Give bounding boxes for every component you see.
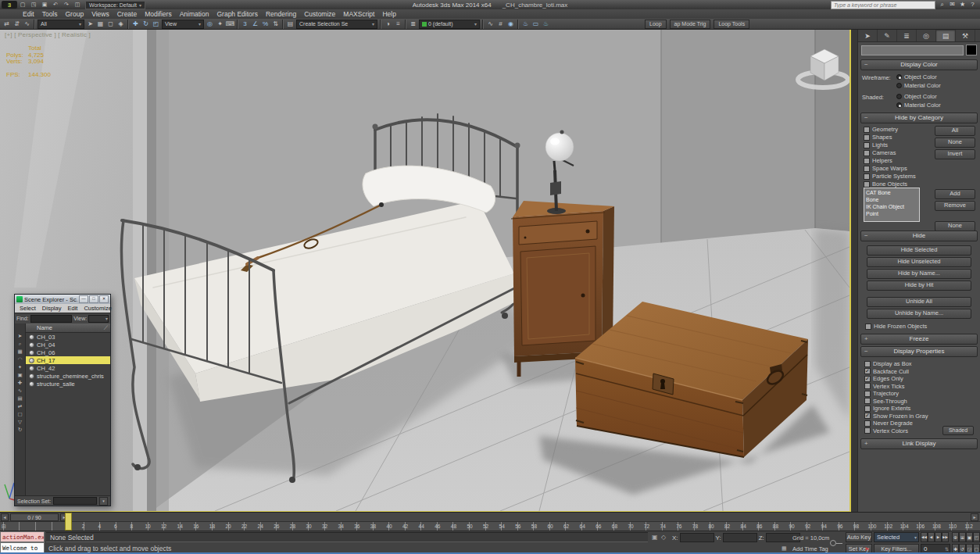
unhide-by-name-button[interactable]: Unhide by Name... bbox=[867, 309, 971, 319]
keyboard-override-icon[interactable]: ⌨ bbox=[225, 20, 235, 29]
ap-mode-trig-button[interactable]: ap Mode Trig bbox=[670, 20, 711, 29]
tab-utilities[interactable]: ⚒ bbox=[956, 30, 975, 41]
checkbox-shapes[interactable] bbox=[864, 134, 870, 141]
mirror-icon[interactable]: ◑ bbox=[383, 20, 393, 29]
zoom-region-icon[interactable]: ◰ bbox=[973, 532, 980, 542]
filter-icon[interactable]: ▽ bbox=[18, 419, 22, 424]
display-geometry-icon[interactable]: ▦ bbox=[17, 348, 22, 354]
view-dropdown[interactable]: ▾ bbox=[88, 315, 109, 323]
unhide-all-button[interactable]: Unhide All bbox=[867, 297, 971, 307]
menu-edit[interactable]: Edit bbox=[19, 9, 38, 19]
shaded-radio-material-color[interactable] bbox=[896, 102, 902, 108]
use-pivot-center-icon[interactable]: ◎ bbox=[205, 20, 215, 29]
checkbox-space-warps[interactable] bbox=[864, 166, 870, 172]
rendered-frame-icon[interactable]: ▭ bbox=[531, 20, 541, 29]
select-and-scale-icon[interactable]: ◰ bbox=[151, 20, 161, 29]
edit-named-selections-icon[interactable]: ▤ bbox=[285, 20, 295, 29]
bind-to-space-warp-icon[interactable]: ∿ bbox=[22, 20, 32, 29]
scene-explorer-titlebar[interactable]: Scene Explorer - Sc... —□✕ bbox=[15, 295, 110, 304]
checkbox-vertex-ticks[interactable] bbox=[864, 383, 871, 389]
y-coordinate-field[interactable] bbox=[723, 533, 757, 542]
isolate-selection-icon[interactable]: ▣ bbox=[652, 534, 658, 541]
tab-motion[interactable]: ◎ bbox=[917, 30, 936, 41]
invert-button[interactable]: Invert bbox=[935, 149, 975, 159]
selection-set-filter-dropdown[interactable]: Selected▾ bbox=[874, 532, 919, 542]
shaded-vertex-colors-button[interactable]: Shaded bbox=[942, 426, 974, 435]
save-file-icon[interactable]: ▣ bbox=[40, 1, 49, 9]
wireframe-option-object-color[interactable]: Object Color bbox=[896, 73, 941, 80]
checkbox-geometry[interactable] bbox=[864, 127, 870, 133]
checkbox-lights[interactable] bbox=[864, 142, 870, 148]
object-row-ch-04[interactable]: CH_04 bbox=[26, 341, 110, 348]
selection-filter-dropdown[interactable]: All▾ bbox=[38, 20, 84, 29]
checkbox-show-frozen-in-gray[interactable]: ✓ bbox=[864, 413, 871, 419]
menu-modifiers[interactable]: Modifiers bbox=[141, 9, 175, 19]
display-helpers-icon[interactable]: ✚ bbox=[18, 380, 22, 385]
add-list-button[interactable]: Add bbox=[935, 189, 975, 199]
menu-group[interactable]: Group bbox=[62, 9, 88, 19]
spinner-snap-icon[interactable]: ⇅ bbox=[270, 20, 281, 29]
all-button[interactable]: All bbox=[935, 126, 975, 136]
select-and-manipulate-icon[interactable]: ✦ bbox=[215, 20, 225, 29]
percent-snap-icon[interactable]: % bbox=[260, 20, 270, 29]
redo-icon[interactable]: ↷ bbox=[62, 1, 71, 9]
add-time-tag[interactable]: Add Time Tag bbox=[792, 545, 828, 552]
bone-list-item[interactable]: Point bbox=[866, 210, 917, 217]
object-row-ch-03[interactable]: CH_03 bbox=[26, 333, 110, 341]
select-and-move-icon[interactable]: ✚ bbox=[131, 20, 141, 29]
time-slider-handle[interactable] bbox=[65, 513, 72, 531]
scene-explorer-window[interactable]: Scene Explorer - Sc... —□✕ SelectDisplay… bbox=[14, 294, 111, 506]
menu-graph-editors[interactable]: Graph Editors bbox=[213, 9, 261, 19]
zoom-extents-icon[interactable]: ▣ bbox=[966, 532, 973, 542]
trackbar-right-arrow[interactable]: ▸ bbox=[971, 513, 978, 521]
tab-modify[interactable]: ✎ bbox=[878, 30, 897, 41]
viewport-canvas[interactable] bbox=[0, 30, 849, 511]
menu-views[interactable]: Views bbox=[88, 9, 113, 19]
bone-objects-list[interactable]: CAT BoneBoneIK Chain ObjectPoint bbox=[864, 188, 920, 222]
minimize-button[interactable]: — bbox=[79, 295, 88, 303]
menu-rendering[interactable]: Rendering bbox=[262, 9, 300, 19]
undo-icon[interactable]: ↶ bbox=[51, 1, 60, 9]
maxscript-listener-macro-line[interactable]: actionMan.ex bbox=[0, 531, 45, 542]
hide-by-category-header[interactable]: −Hide by Category bbox=[860, 113, 978, 123]
x-coordinate-field[interactable] bbox=[680, 533, 714, 542]
rectangular-selection-icon[interactable]: ◻ bbox=[106, 20, 116, 29]
bone-list-item[interactable]: CAT Bone bbox=[866, 189, 917, 196]
go-to-end-button[interactable]: ▶▶ bbox=[942, 532, 949, 542]
select-and-rotate-icon[interactable]: ↻ bbox=[141, 20, 151, 29]
remove-list-button[interactable]: Remove bbox=[935, 201, 975, 211]
trackbar-toggle-icon[interactable]: ⊟ bbox=[2, 524, 6, 530]
find-input[interactable] bbox=[30, 315, 73, 323]
display-containers-icon[interactable]: ▢ bbox=[17, 411, 22, 416]
explorer-menu-edit[interactable]: Edit bbox=[64, 305, 80, 312]
window-crossing-toggle-icon[interactable]: ◈ bbox=[116, 20, 126, 29]
checkbox-particle-systems[interactable] bbox=[864, 173, 870, 180]
link-display-header[interactable]: +Link Display bbox=[860, 438, 978, 449]
display-cameras-icon[interactable]: ▣ bbox=[17, 372, 22, 377]
material-editor-icon[interactable]: ◉ bbox=[506, 20, 516, 29]
menu-maxscript[interactable]: MAXScript bbox=[339, 9, 378, 19]
schematic-view-icon[interactable]: # bbox=[495, 20, 506, 29]
new-scene-icon[interactable]: ▢ bbox=[18, 1, 27, 9]
checkbox-see-through[interactable] bbox=[864, 398, 871, 404]
find-icon[interactable]: ⌕ bbox=[19, 341, 22, 346]
loop-tools-button[interactable]: Loop Tools bbox=[714, 20, 749, 29]
selection-set-arrow[interactable]: ▾ bbox=[99, 497, 108, 506]
object-row-ch-42[interactable]: CH_42 bbox=[26, 364, 110, 372]
layer-dropdown[interactable]: 0 (default)▾ bbox=[419, 20, 480, 29]
wireframe-option-material-color[interactable]: Material Color bbox=[896, 82, 941, 89]
communication-center-icon[interactable]: ✉ bbox=[948, 1, 957, 9]
object-name-field[interactable] bbox=[861, 45, 964, 55]
none-button[interactable]: None bbox=[935, 138, 975, 148]
freeze-header[interactable]: +Freeze bbox=[860, 334, 978, 345]
viewport-label[interactable]: [+] [ Perspective ] [ Realistic ] bbox=[5, 31, 91, 38]
object-row-structure-cheminee-chris[interactable]: structure_cheminee_chris bbox=[26, 372, 110, 380]
go-to-start-button[interactable]: ◀◀ bbox=[921, 532, 928, 542]
bone-list-item[interactable]: IK Chain Object bbox=[866, 203, 917, 210]
object-row-ch-17[interactable]: CH_17 bbox=[26, 356, 110, 364]
project-folder-icon[interactable]: ◫ bbox=[73, 1, 82, 9]
loop-button[interactable]: Loop bbox=[645, 20, 667, 29]
wireframe-radio-material-color[interactable] bbox=[896, 83, 902, 88]
select-and-link-icon[interactable]: ⇄ bbox=[2, 20, 12, 29]
checkbox-never-degrade[interactable] bbox=[864, 420, 871, 427]
